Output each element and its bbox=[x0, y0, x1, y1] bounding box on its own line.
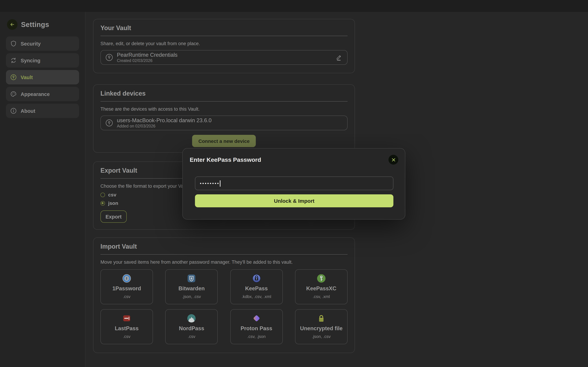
provider-name: KeePassXC bbox=[295, 285, 347, 292]
sync-icon bbox=[10, 57, 17, 64]
back-button[interactable] bbox=[7, 19, 17, 30]
import-tile-bitwarden[interactable]: Bitwarden .json, .csv bbox=[165, 269, 218, 304]
linked-devices-card: Linked devices These are the devices wit… bbox=[93, 84, 355, 153]
shield-icon bbox=[10, 40, 17, 47]
device-info: users-MacBook-Pro.local darwin 23.6.0 Ad… bbox=[117, 118, 212, 128]
provider-formats: .json, .csv bbox=[166, 294, 218, 299]
keepass-password-dialog: Enter KeePass Password •••••••• Unlock &… bbox=[182, 148, 405, 220]
key-circle-icon bbox=[105, 53, 113, 62]
import-tile-protonpass[interactable]: Proton Pass .csv, .json bbox=[230, 309, 283, 344]
provider-name: Unencrypted file bbox=[295, 325, 347, 332]
unlock-import-button[interactable]: Unlock & Import bbox=[195, 194, 393, 207]
device-name: users-MacBook-Pro.local darwin 23.6.0 bbox=[117, 118, 212, 123]
device-added-date: Added on 02/03/2026 bbox=[117, 124, 212, 128]
close-icon bbox=[391, 157, 396, 162]
sidebar-item-label: About bbox=[21, 108, 35, 114]
import-vault-card: Import Vault Move your saved items here … bbox=[93, 237, 355, 353]
divider bbox=[100, 36, 348, 36]
password-input[interactable]: •••••••• bbox=[195, 176, 393, 190]
1password-icon bbox=[101, 274, 153, 283]
import-tile-lastpass[interactable]: LastPass .csv bbox=[100, 309, 153, 344]
back-arrow-icon bbox=[9, 21, 15, 28]
settings-window: Settings Security Syncing Vault bbox=[0, 0, 588, 367]
device-row: users-MacBook-Pro.local darwin 23.6.0 Ad… bbox=[100, 116, 348, 130]
import-tile-keepassxc[interactable]: KeePassXC .csv, .xml bbox=[295, 269, 348, 304]
provider-name: Bitwarden bbox=[166, 285, 218, 292]
vault-name: PearRuntime Credentials bbox=[117, 52, 178, 58]
export-button[interactable]: Export bbox=[100, 210, 127, 223]
divider bbox=[100, 101, 348, 101]
vault-info: PearRuntime Credentials Created 02/03/20… bbox=[117, 52, 178, 63]
section-title: Import Vault bbox=[100, 243, 348, 250]
provider-formats: .csv bbox=[101, 294, 153, 299]
provider-name: 1Password bbox=[101, 285, 153, 292]
provider-name: LastPass bbox=[101, 325, 153, 332]
provider-formats: .kdbx, .csv, .xml bbox=[230, 294, 282, 299]
sidebar-header: Settings bbox=[7, 19, 85, 30]
info-icon bbox=[10, 108, 17, 114]
sidebar-item-syncing[interactable]: Syncing bbox=[6, 53, 79, 67]
section-description: Share, edit, or delete your vault from o… bbox=[100, 41, 348, 46]
text-cursor bbox=[220, 180, 220, 186]
window-titlebar bbox=[0, 0, 588, 12]
radio-circle-checked[interactable] bbox=[100, 201, 105, 205]
section-title: Linked devices bbox=[100, 90, 348, 97]
lastpass-icon bbox=[101, 313, 153, 323]
section-title: Your Vault bbox=[100, 25, 348, 32]
sidebar-item-label: Vault bbox=[21, 75, 33, 80]
import-tile-unencrypted-file[interactable]: Unencrypted file .json, .csv bbox=[295, 309, 348, 344]
section-description: These are the devices with access to thi… bbox=[100, 107, 348, 112]
palette-icon bbox=[10, 91, 17, 97]
sidebar: Settings Security Syncing Vault bbox=[0, 12, 85, 367]
sidebar-nav: Security Syncing Vault Appearance bbox=[6, 36, 79, 118]
sidebar-item-about[interactable]: About bbox=[6, 104, 79, 118]
divider bbox=[100, 254, 348, 255]
section-description: Move your saved items here from another … bbox=[100, 259, 348, 265]
connect-new-device-button[interactable]: Connect a new device bbox=[192, 135, 256, 147]
page-title: Settings bbox=[21, 20, 49, 29]
import-provider-grid: 1Password .csv Bitwarden .json, .csv Kee… bbox=[100, 269, 348, 349]
vault-key-icon bbox=[10, 74, 17, 81]
import-tile-1password[interactable]: 1Password .csv bbox=[100, 269, 153, 304]
password-masked-value: •••••••• bbox=[200, 181, 220, 186]
provider-name: Proton Pass bbox=[230, 325, 282, 332]
sidebar-item-label: Appearance bbox=[21, 91, 50, 97]
unencrypted-lock-icon bbox=[295, 313, 347, 323]
provider-name: NordPass bbox=[166, 325, 218, 332]
provider-formats: .csv, .xml bbox=[295, 294, 347, 299]
provider-formats: .json, .csv bbox=[295, 334, 347, 339]
nordpass-icon bbox=[166, 313, 218, 323]
keepassxc-icon bbox=[295, 274, 347, 283]
sidebar-item-security[interactable]: Security bbox=[6, 36, 79, 51]
provider-name: KeePass bbox=[230, 285, 282, 292]
dialog-title: Enter KeePass Password bbox=[190, 157, 261, 164]
bitwarden-icon bbox=[166, 274, 218, 283]
radio-circle-unchecked[interactable] bbox=[100, 192, 105, 197]
vault-created-date: Created 02/03/2026 bbox=[117, 59, 178, 63]
close-button[interactable] bbox=[389, 155, 398, 165]
radio-label: json bbox=[108, 200, 118, 206]
sidebar-item-appearance[interactable]: Appearance bbox=[6, 87, 79, 101]
sidebar-item-label: Syncing bbox=[21, 58, 41, 63]
your-vault-card: Your Vault Share, edit, or delete your v… bbox=[93, 19, 355, 73]
key-circle-icon bbox=[105, 119, 113, 127]
provider-formats: .csv bbox=[101, 334, 153, 339]
sidebar-item-label: Security bbox=[21, 41, 41, 46]
protonpass-icon bbox=[230, 313, 282, 323]
import-tile-nordpass[interactable]: NordPass .csv bbox=[165, 309, 218, 344]
sidebar-item-vault[interactable]: Vault bbox=[6, 70, 79, 84]
pencil-icon bbox=[335, 54, 342, 61]
vault-row: PearRuntime Credentials Created 02/03/20… bbox=[100, 50, 348, 65]
provider-formats: .csv, .json bbox=[230, 334, 282, 339]
edit-vault-button[interactable] bbox=[335, 54, 342, 61]
radio-label: csv bbox=[108, 192, 116, 198]
provider-formats: .csv bbox=[166, 334, 218, 339]
keepass-icon bbox=[230, 274, 282, 283]
import-tile-keepass[interactable]: KeePass .kdbx, .csv, .xml bbox=[230, 269, 283, 304]
